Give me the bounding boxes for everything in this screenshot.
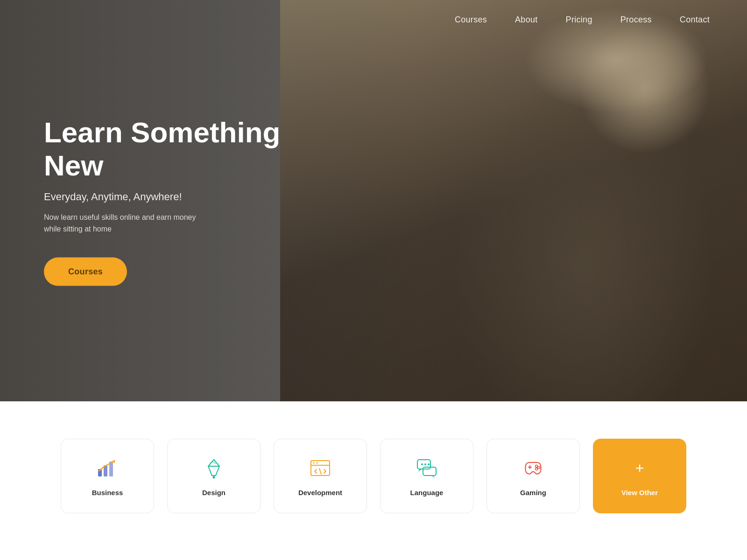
svg-point-19	[536, 468, 538, 470]
language-icon	[415, 456, 439, 480]
design-label: Design	[202, 489, 226, 497]
hero-description: Now learn useful skills online and earn …	[44, 211, 305, 235]
hero-subtitle: Everyday, Anytime, Anywhere!	[44, 190, 305, 203]
svg-point-7	[313, 462, 315, 464]
plus-icon: +	[627, 456, 652, 480]
view-other-label: View Other	[621, 489, 658, 497]
gaming-label: Gaming	[520, 489, 546, 497]
navigation: Courses About Pricing Process Contact	[0, 0, 747, 40]
svg-point-18	[538, 466, 540, 469]
development-icon	[308, 456, 332, 480]
nav-pricing[interactable]: Pricing	[566, 15, 592, 25]
hero-content: Learn Something New Everyday, Anytime, A…	[44, 116, 305, 286]
hero-section: Courses About Pricing Process Contact Le…	[0, 0, 747, 401]
nav-about[interactable]: About	[515, 15, 538, 25]
category-view-other[interactable]: + View Other	[593, 439, 686, 513]
hero-cta-button[interactable]: Courses	[44, 257, 127, 286]
hero-title: Learn Something New	[44, 116, 305, 182]
business-icon	[95, 456, 120, 480]
svg-point-12	[421, 463, 423, 465]
svg-line-9	[319, 469, 321, 474]
category-development[interactable]: Development	[274, 439, 367, 513]
nav-courses[interactable]: Courses	[455, 15, 487, 25]
category-design[interactable]: Design	[167, 439, 261, 513]
svg-point-13	[424, 463, 426, 465]
categories-section: Business Design	[0, 401, 747, 541]
business-label: Business	[92, 489, 123, 497]
svg-point-8	[316, 462, 318, 464]
nav-process[interactable]: Process	[620, 15, 652, 25]
category-business[interactable]: Business	[61, 439, 154, 513]
nav-contact[interactable]: Contact	[680, 15, 710, 25]
development-label: Development	[298, 489, 342, 497]
svg-point-17	[536, 465, 538, 467]
svg-point-14	[428, 463, 430, 465]
gaming-icon	[521, 456, 545, 480]
language-label: Language	[410, 489, 444, 497]
category-language[interactable]: Language	[380, 439, 473, 513]
design-icon	[202, 456, 226, 480]
svg-point-4	[213, 476, 215, 478]
category-gaming[interactable]: Gaming	[486, 439, 580, 513]
